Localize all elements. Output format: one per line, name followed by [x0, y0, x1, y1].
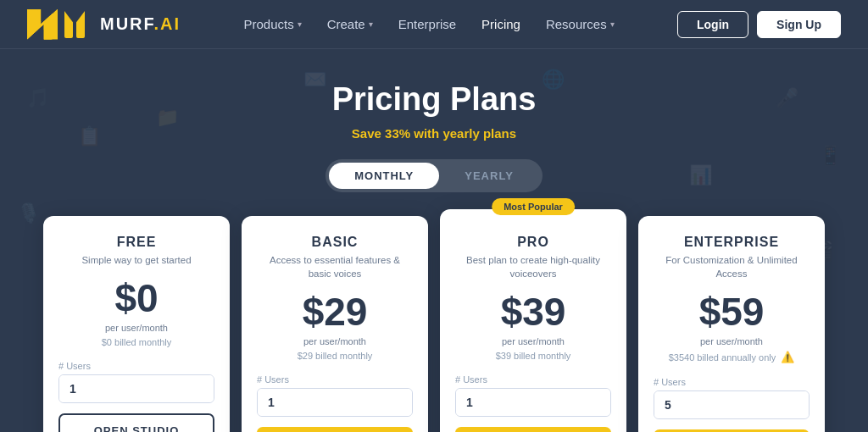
users-input[interactable] — [59, 375, 214, 402]
users-input-box: ▲ ▼ — [257, 388, 413, 417]
nav-create[interactable]: Create ▾ — [317, 12, 383, 36]
users-label: # Users — [257, 374, 413, 385]
plan-price-sub: per user/month $3540 billed annually onl… — [654, 335, 810, 365]
buy-plan-button[interactable]: BUY PLAN — [257, 427, 413, 432]
plan-desc: Simple way to get started — [58, 253, 214, 267]
nav-links: Products ▾ Create ▾ Enterprise Pricing R… — [233, 12, 624, 36]
logo-svg — [64, 11, 97, 38]
plan-title: ENTERPRISE — [654, 235, 810, 250]
users-input-box: ▲ ▼ — [58, 374, 214, 403]
svg-rect-5 — [27, 9, 38, 40]
nav-actions: Login Sign Up — [677, 11, 841, 38]
users-input[interactable] — [456, 389, 611, 416]
most-popular-badge: Most Popular — [492, 198, 575, 215]
plan-price-sub: per user/month $29 billed monthly — [257, 335, 413, 363]
plan-desc: Access to essential features & basic voi… — [257, 253, 413, 280]
yearly-toggle[interactable]: YEARLY — [439, 163, 539, 189]
plan-title: PRO — [455, 235, 611, 250]
login-button[interactable]: Login — [677, 11, 748, 38]
plan-desc: For Customization & Unlimited Access — [654, 253, 810, 280]
chevron-icon: ▾ — [369, 19, 373, 29]
svg-rect-6 — [42, 9, 53, 40]
logo[interactable]: MURF.AI — [27, 9, 181, 40]
warning-icon: ⚠️ — [781, 351, 794, 363]
savings-subtitle: Save 33% with yearly plans — [17, 126, 851, 141]
hero-section: Pricing Plans Save 33% with yearly plans… — [0, 49, 868, 216]
page-title: Pricing Plans — [17, 81, 851, 118]
pricing-cards: FREE Simple way to get started $0 per us… — [0, 216, 868, 432]
plan-title: FREE — [58, 235, 214, 250]
open-studio-button[interactable]: OPEN STUDIO — [58, 413, 214, 432]
plan-price: $29 — [257, 292, 413, 331]
nav-resources[interactable]: Resources ▾ — [536, 12, 625, 36]
plan-price-sub: per user/month $0 billed monthly — [58, 321, 214, 349]
plan-price: $39 — [455, 292, 611, 331]
navbar: MURF.AI Products ▾ Create ▾ Enterprise P… — [0, 0, 868, 49]
users-label: # Users — [455, 374, 611, 385]
plan-desc: Best plan to create high-quality voiceov… — [455, 253, 611, 280]
chevron-icon: ▾ — [610, 19, 615, 29]
plan-price: $0 — [58, 279, 214, 318]
users-label: # Users — [654, 377, 810, 387]
plan-title: BASIC — [257, 235, 413, 250]
users-label: # Users — [58, 361, 214, 371]
pro-plan-card: Most Popular PRO Best plan to create hig… — [440, 209, 626, 432]
monthly-toggle[interactable]: MONTHLY — [329, 163, 439, 189]
nav-enterprise[interactable]: Enterprise — [388, 12, 466, 36]
users-input-box: ▲ ▼ — [654, 390, 810, 419]
logo-icon — [27, 9, 58, 40]
users-input-box: ▲ ▼ — [455, 388, 611, 417]
plan-price-sub: per user/month $39 billed monthly — [455, 335, 611, 363]
buy-plan-button[interactable]: BUY PLAN — [455, 427, 611, 432]
signup-button[interactable]: Sign Up — [757, 11, 841, 38]
nav-pricing[interactable]: Pricing — [471, 12, 531, 36]
billing-toggle: MONTHLY YEARLY — [326, 159, 542, 192]
chevron-icon: ▾ — [298, 19, 302, 29]
basic-plan-card: BASIC Access to essential features & bas… — [242, 216, 428, 432]
free-plan-card: FREE Simple way to get started $0 per us… — [43, 216, 230, 432]
logo-text: MURF.AI — [100, 14, 181, 34]
enterprise-plan-card: ENTERPRISE For Customization & Unlimited… — [638, 216, 825, 432]
users-input[interactable] — [654, 391, 810, 418]
nav-products[interactable]: Products ▾ — [233, 12, 311, 36]
users-input[interactable] — [258, 389, 413, 416]
plan-price: $59 — [654, 292, 810, 331]
